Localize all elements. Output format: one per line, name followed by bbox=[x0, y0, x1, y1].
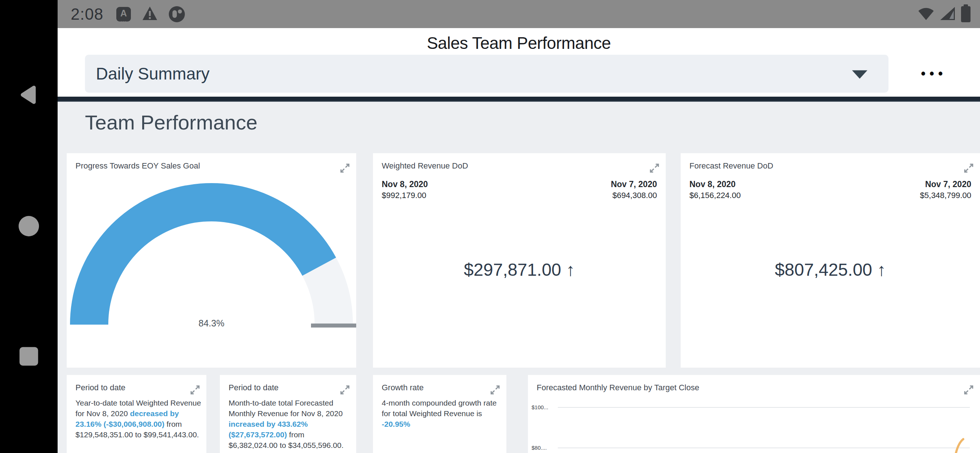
expand-icon[interactable] bbox=[189, 384, 201, 396]
section-title: Team Performance bbox=[85, 110, 258, 134]
battery-icon bbox=[961, 6, 970, 22]
gauge-chart bbox=[67, 153, 356, 368]
expand-icon[interactable] bbox=[963, 162, 975, 174]
kpi-previous-value: $694,308.00 bbox=[611, 190, 657, 201]
clock: 2:08 bbox=[71, 5, 103, 23]
kpi-previous: Nov 7, 2020 $5,348,799.00 bbox=[920, 179, 971, 201]
kpi-previous: Nov 7, 2020 $694,308.00 bbox=[611, 179, 657, 201]
up-arrow-icon: ↑ bbox=[877, 260, 886, 279]
card-growth-rate: Growth rate 4-month compounded growth ra… bbox=[373, 375, 506, 453]
cell-signal-icon bbox=[939, 6, 956, 22]
android-nav-rail bbox=[0, 0, 57, 453]
app-notification-icon bbox=[169, 6, 185, 22]
kpi-current-date: Nov 8, 2020 bbox=[689, 179, 741, 190]
overflow-menu-button[interactable]: ••• bbox=[921, 55, 947, 93]
card-forecasted-monthly-revenue-chart: Forecasted Monthly Revenue by Target Clo… bbox=[528, 375, 980, 453]
kpi-current-value: $6,156,224.00 bbox=[689, 190, 741, 201]
kpi-previous-value: $5,348,799.00 bbox=[920, 190, 971, 201]
card-title: Period to date bbox=[75, 383, 126, 392]
card-title: Growth rate bbox=[382, 383, 424, 392]
card-title: Weighted Revenue DoD bbox=[382, 161, 468, 171]
chevron-down-icon[interactable] bbox=[852, 70, 867, 79]
insight-text-highlight: -20.95% bbox=[382, 420, 410, 428]
insight-text: Month-to-date total Forecasted Monthly R… bbox=[229, 397, 353, 450]
back-button[interactable] bbox=[17, 83, 40, 108]
insight-text-plain: 4-month compounded growth rate for total… bbox=[382, 399, 496, 418]
kpi-previous-date: Nov 7, 2020 bbox=[920, 179, 971, 190]
card-weighted-revenue-dod: Weighted Revenue DoD Nov 8, 2020 $992,17… bbox=[373, 153, 666, 368]
expand-icon[interactable] bbox=[648, 162, 660, 174]
card-progress-eoy-sales-goal: Progress Towards EOY Sales Goal 84.3% bbox=[67, 153, 356, 368]
kpi-current-date: Nov 8, 2020 bbox=[382, 179, 428, 190]
back-triangle-icon bbox=[17, 83, 40, 107]
insight-text-plain: Month-to-date total Forecasted Monthly R… bbox=[229, 399, 343, 418]
kpi-comparison-row: Nov 8, 2020 $992,179.00 Nov 7, 2020 $694… bbox=[382, 179, 657, 201]
kpi-previous-date: Nov 7, 2020 bbox=[611, 179, 657, 190]
kpi-delta: $807,425.00 ↑ bbox=[681, 259, 980, 281]
kpi-comparison-row: Nov 8, 2020 $6,156,224.00 Nov 7, 2020 $5… bbox=[689, 179, 971, 201]
card-period-to-date-mtd: Period to date Month-to-date total Forec… bbox=[220, 375, 356, 453]
home-button[interactable] bbox=[19, 216, 39, 236]
status-bar: 2:08 A bbox=[57, 0, 980, 28]
expand-icon[interactable] bbox=[489, 384, 501, 396]
kpi-delta-value: $297,871.00 bbox=[464, 260, 561, 279]
sheet-selector-value: Daily Summary bbox=[96, 64, 210, 83]
insight-text: Year-to-date total Weighted Revenue for … bbox=[75, 397, 204, 440]
kpi-current: Nov 8, 2020 $6,156,224.00 bbox=[689, 179, 741, 201]
expand-icon[interactable] bbox=[339, 384, 351, 396]
up-arrow-icon: ↑ bbox=[566, 260, 575, 279]
kpi-delta: $297,871.00 ↑ bbox=[373, 259, 666, 281]
card-forecast-revenue-dod: Forecast Revenue DoD Nov 8, 2020 $6,156,… bbox=[681, 153, 980, 368]
kpi-current-value: $992,179.00 bbox=[382, 190, 428, 201]
dashboard-screen: Sales Team Performance Daily Summary •••… bbox=[57, 28, 980, 453]
page-title: Sales Team Performance bbox=[57, 33, 980, 53]
title-bar: Sales Team Performance Daily Summary ••• bbox=[57, 28, 980, 97]
letter-a-notification-icon: A bbox=[116, 7, 131, 22]
sheet-divider bbox=[57, 97, 980, 102]
wifi-icon bbox=[917, 6, 935, 22]
recents-button[interactable] bbox=[20, 347, 38, 366]
warning-notification-icon bbox=[142, 6, 158, 22]
card-title: Period to date bbox=[229, 383, 278, 392]
sheet-selector[interactable]: Daily Summary bbox=[85, 55, 888, 93]
kpi-delta-value: $807,425.00 bbox=[775, 260, 872, 279]
kpi-current: Nov 8, 2020 $992,179.00 bbox=[382, 179, 428, 201]
forecast-line-series bbox=[528, 375, 980, 453]
gauge-value-label: 84.3% bbox=[67, 318, 356, 329]
card-period-to-date-ytd: Period to date Year-to-date total Weight… bbox=[67, 375, 206, 453]
insight-text: 4-month compounded growth rate for total… bbox=[382, 397, 503, 429]
card-title: Forecast Revenue DoD bbox=[689, 161, 773, 171]
